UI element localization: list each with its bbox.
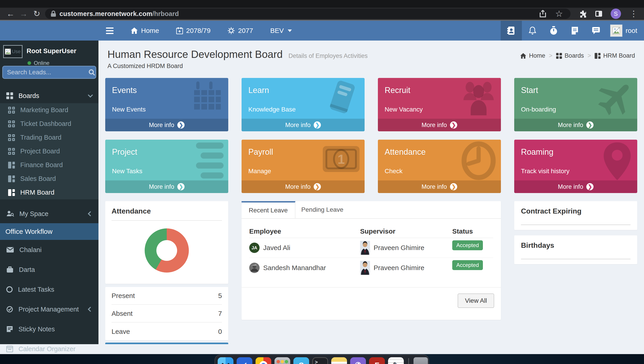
side-panel-icon[interactable] bbox=[595, 11, 602, 17]
reload-button[interactable]: ↻ bbox=[30, 8, 43, 19]
sidebar-item-trading-board[interactable]: Trading Board bbox=[0, 131, 99, 144]
boards-grid-icon bbox=[6, 92, 13, 99]
dock-textedit-icon[interactable]: ✎ bbox=[388, 357, 404, 364]
board-columns-icon bbox=[8, 189, 15, 196]
nav-company-dropdown[interactable]: BEV bbox=[270, 27, 292, 34]
birthdays-panel: Birthdays bbox=[514, 236, 637, 264]
sidebar-item-darta[interactable]: Darta bbox=[0, 260, 99, 280]
lock-icon bbox=[51, 10, 56, 17]
dock-trash-icon[interactable] bbox=[413, 357, 428, 364]
breadcrumb-separator: > bbox=[549, 52, 552, 59]
briefcase-icon bbox=[6, 266, 14, 273]
card-more-info[interactable]: More info ❯ bbox=[242, 180, 365, 193]
dock-launchpad-icon[interactable] bbox=[274, 357, 290, 364]
card-start[interactable]: Start On-boarding More info ❯ bbox=[514, 78, 637, 131]
sidebar-search bbox=[2, 66, 96, 79]
sidebar-item-sales-board[interactable]: Sales Board bbox=[0, 172, 99, 186]
bookmark-star-icon[interactable]: ☆ bbox=[555, 9, 563, 19]
dock-todo-icon[interactable]: ✓ bbox=[237, 357, 252, 364]
sidebar-item-ticket-dashboard[interactable]: Ticket Dashboard bbox=[0, 117, 99, 131]
sidebar-item-calendar-organizer[interactable]: Calendar Organizer bbox=[0, 339, 99, 359]
share-icon[interactable] bbox=[539, 10, 546, 18]
nav-timer-button[interactable] bbox=[543, 21, 564, 40]
card-more-info[interactable]: More info ❯ bbox=[105, 119, 228, 131]
dock-viber-icon[interactable]: ✆ bbox=[350, 357, 366, 364]
sidebar-item-latest-tasks[interactable]: Latest Tasks bbox=[0, 280, 99, 299]
chevron-down-icon bbox=[88, 92, 93, 98]
sidebar-item-project-board[interactable]: Project Board bbox=[0, 144, 99, 158]
contract-expiring-panel: Contract Expiring bbox=[514, 201, 637, 230]
tab-recent-leave[interactable]: Recent Leave bbox=[242, 201, 295, 218]
dock-notes-icon[interactable] bbox=[331, 357, 347, 364]
dock-skype-icon[interactable]: S bbox=[293, 357, 309, 364]
table-row: JA Javed Ali Praveen Ghimire Accepted bbox=[249, 238, 493, 258]
card-title: Events bbox=[112, 86, 228, 95]
card-learn[interactable]: Learn Knowledge Base More info ❯ bbox=[242, 78, 365, 131]
sidebar-item-sticky-notes[interactable]: Sticky Notes bbox=[0, 319, 99, 339]
nav-year[interactable]: 2077 bbox=[228, 27, 253, 34]
nav-contacts-button[interactable] bbox=[501, 21, 522, 40]
sidebar-item-finance-board[interactable]: Finance Board bbox=[0, 158, 99, 172]
nav-username[interactable]: root bbox=[625, 27, 637, 34]
card-title: Project bbox=[112, 147, 228, 157]
nav-chat-button[interactable] bbox=[585, 21, 606, 40]
dock-chrome-icon[interactable] bbox=[256, 357, 271, 364]
attendance-widget: Attendance Present 5 Absent 7 bbox=[105, 201, 228, 344]
browser-profile-avatar[interactable]: S bbox=[611, 8, 621, 19]
card-attendance[interactable]: Attendance Check More info ❯ bbox=[378, 140, 501, 193]
nav-user-avatar[interactable] bbox=[610, 24, 622, 37]
card-project[interactable]: Project New Tasks More info ❯ bbox=[105, 140, 228, 193]
sidebar-item-hrm-board[interactable]: HRM Board bbox=[0, 186, 99, 199]
browser-window: ← → ↻ customers.meronetwork.com/hrboard … bbox=[0, 0, 644, 354]
dock-terminal-icon[interactable]: >_ bbox=[312, 357, 328, 364]
calendar-icon bbox=[6, 346, 13, 352]
dock-separator bbox=[408, 358, 409, 364]
breadcrumb-boards[interactable]: Boards bbox=[556, 52, 584, 59]
card-more-info[interactable]: More info ❯ bbox=[378, 180, 501, 193]
stopwatch-icon bbox=[549, 26, 558, 35]
card-more-info[interactable]: More info ❯ bbox=[105, 180, 228, 193]
card-more-info[interactable]: More info ❯ bbox=[378, 119, 501, 131]
dock-finder-icon[interactable] bbox=[218, 357, 233, 364]
arrow-circle-right-icon: ❯ bbox=[177, 122, 185, 128]
sidebar-item-project-management[interactable]: Project Management bbox=[0, 299, 99, 319]
nav-home[interactable]: Home bbox=[131, 27, 159, 34]
board-grid-icon bbox=[8, 120, 15, 127]
search-input[interactable] bbox=[7, 69, 88, 76]
dock-filezilla-icon[interactable]: F bbox=[369, 357, 385, 364]
address-bar[interactable]: customers.meronetwork.com/hrboard ☆ bbox=[45, 8, 570, 19]
card-payroll[interactable]: 1 Payroll Manage More info ❯ bbox=[242, 140, 365, 193]
employee-photo-avatar bbox=[249, 263, 260, 273]
card-more-info[interactable]: More info ❯ bbox=[242, 119, 365, 131]
board-columns-icon bbox=[595, 53, 600, 59]
sidebar-item-boards[interactable]: Boards bbox=[0, 88, 99, 103]
sun-icon bbox=[228, 27, 235, 34]
forward-button[interactable]: → bbox=[17, 8, 30, 19]
nav-fiscal-year[interactable]: 2078/79 bbox=[176, 27, 211, 34]
dock: ✓ S >_ ✆ F ✎ bbox=[215, 354, 429, 364]
card-recruit[interactable]: Recruit New Vacancy More info ❯ bbox=[378, 78, 501, 131]
sidebar-item-marketing-board[interactable]: Marketing Board bbox=[0, 103, 99, 117]
nav-notes-button[interactable] bbox=[564, 21, 585, 40]
view-all-button[interactable]: View All bbox=[458, 294, 494, 308]
sidebar-item-my-space[interactable]: My Space bbox=[0, 206, 99, 222]
nav-notifications-button[interactable] bbox=[522, 21, 543, 40]
breadcrumb-home[interactable]: Home bbox=[520, 52, 545, 59]
card-events[interactable]: Events New Events More info ❯ bbox=[105, 78, 228, 131]
board-columns-icon bbox=[8, 162, 15, 168]
back-button[interactable]: ← bbox=[4, 8, 17, 19]
col-status: Status bbox=[452, 228, 493, 235]
search-icon[interactable] bbox=[88, 69, 95, 76]
card-more-info[interactable]: More info ❯ bbox=[514, 119, 637, 131]
board-grid-icon bbox=[8, 107, 15, 114]
browser-menu-kebab-icon[interactable]: ⋮ bbox=[629, 9, 638, 18]
card-roaming[interactable]: Roaming Track visit history More info ❯ bbox=[514, 140, 637, 193]
card-title: Payroll bbox=[248, 147, 365, 157]
leave-panel: Recent Leave Pending Leave Employee Supe… bbox=[242, 201, 501, 320]
tab-pending-leave[interactable]: Pending Leave bbox=[295, 201, 349, 218]
card-subtitle: New Tasks bbox=[112, 168, 228, 175]
sidebar-item-chalani[interactable]: Chalani bbox=[0, 240, 99, 260]
sidebar-toggle-button[interactable] bbox=[106, 28, 114, 34]
card-more-info[interactable]: More info ❯ bbox=[514, 180, 637, 193]
extensions-puzzle-icon[interactable] bbox=[579, 10, 587, 18]
